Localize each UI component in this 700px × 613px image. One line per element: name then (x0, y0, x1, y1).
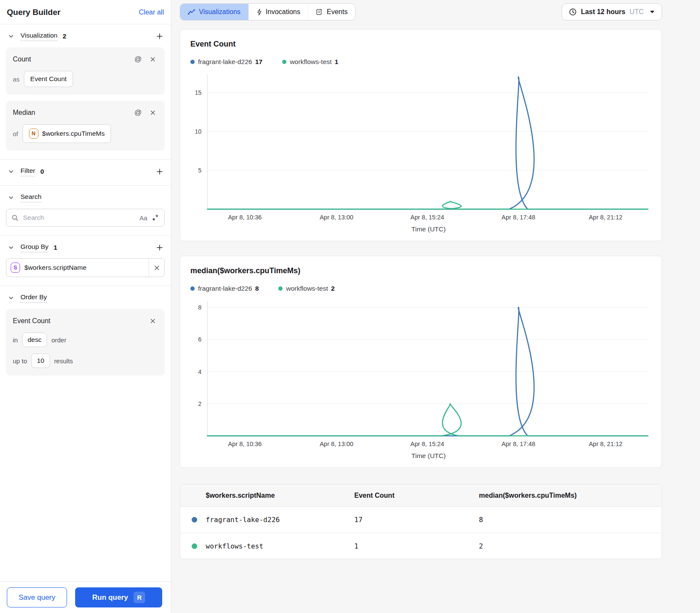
events-icon (316, 9, 323, 15)
x-tick-label: Apr 8, 15:24 (411, 441, 444, 447)
visualization-field-selector[interactable]: N $workers.cpuTimeMs (23, 124, 111, 143)
table-column-header: $workers.scriptName (180, 492, 354, 499)
legend-series-name: workflows-test (290, 58, 332, 66)
order-label: order (51, 336, 66, 344)
query-actions-footer: Save query Run query R (0, 581, 171, 613)
number-type-icon: N (29, 128, 38, 139)
chart-legend: fragrant-lake-d2268workflows-test2 (190, 285, 651, 292)
run-query-button[interactable]: Run query R (75, 587, 162, 607)
chart-card-event-count: Event Count fragrant-lake-d22617workflow… (180, 29, 662, 241)
tab-visualizations[interactable]: Visualizations (180, 4, 248, 20)
chevron-down-icon[interactable] (6, 31, 16, 41)
at-icon[interactable]: @ (134, 55, 142, 64)
remove-group-by-button[interactable] (149, 265, 164, 271)
visualizations-icon (188, 9, 195, 15)
string-type-icon: S (11, 263, 20, 273)
query-builder-body: Visualization 2 Count @ (0, 24, 171, 581)
limit-input[interactable]: 10 (31, 353, 50, 368)
group-by-count: 1 (53, 244, 57, 251)
group-by-field: $workers.scriptName (24, 264, 87, 271)
invocations-icon (257, 9, 262, 16)
filter-count: 0 (40, 168, 44, 175)
group-by-item[interactable]: S $workers.scriptName (6, 258, 165, 277)
close-icon[interactable] (148, 316, 158, 326)
visualization-section-label: Visualization (20, 32, 58, 41)
chevron-down-icon[interactable] (6, 166, 16, 177)
close-icon[interactable] (148, 54, 158, 64)
chevron-down-icon[interactable] (6, 242, 16, 253)
order-by-section: Order By Event Count in desc order (0, 286, 171, 384)
visualization-count: 2 (63, 32, 67, 40)
save-query-button[interactable]: Save query (7, 587, 67, 607)
svg-text:*: * (156, 214, 158, 220)
legend-dot (278, 286, 283, 291)
x-tick-label: Apr 8, 13:00 (320, 214, 353, 221)
legend-dot (190, 286, 195, 291)
caret-down-icon (650, 10, 655, 14)
close-icon[interactable] (148, 108, 158, 118)
line-chart[interactable]: 2468Apr 8, 10:36Apr 8, 13:00Apr 8, 15:24… (190, 298, 651, 449)
group-by-section: Group By 1 S $workers.scriptName (0, 235, 171, 286)
x-axis-title: Time (UTC) (190, 452, 651, 460)
legend-item[interactable]: workflows-test1 (282, 58, 338, 66)
search-icon (12, 214, 19, 222)
add-group-by-button[interactable] (155, 242, 165, 253)
search-section: Search Aa * (0, 185, 171, 235)
y-tick-label: 2 (198, 400, 201, 407)
legend-series-value: 1 (335, 58, 338, 66)
legend-item[interactable]: fragrant-lake-d22617 (190, 58, 262, 66)
order-by-card: Event Count in desc order up to 10 resul… (6, 309, 165, 376)
in-label: in (13, 336, 18, 344)
filter-section: Filter 0 (0, 159, 171, 185)
chevron-down-icon[interactable] (6, 193, 16, 203)
legend-item[interactable]: workflows-test2 (278, 285, 335, 292)
table-row[interactable]: fragrant-lake-d226178 (180, 507, 662, 533)
x-tick-label: Apr 8, 21:12 (589, 441, 622, 447)
series-color-dot (192, 517, 197, 523)
order-by-section-label: Order By (20, 293, 47, 303)
chevron-down-icon[interactable] (6, 293, 16, 303)
upto-label: up to (13, 357, 27, 365)
legend-dot (282, 60, 286, 64)
visualization-card-title: Count (13, 55, 31, 63)
clear-all-link[interactable]: Clear all (139, 9, 164, 16)
legend-series-value: 17 (255, 58, 262, 66)
at-icon[interactable]: @ (134, 108, 142, 117)
query-builder-panel: Query Builder Clear all Visualization 2 … (0, 0, 171, 613)
event-count-cell: 1 (354, 542, 479, 550)
series-line (207, 201, 648, 209)
visualization-card-title: Median (13, 109, 35, 117)
legend-series-value: 2 (331, 285, 335, 292)
tab-invocations[interactable]: Invocations (248, 4, 308, 20)
results-table: $workers.scriptNameEvent Countmedian($wo… (180, 484, 662, 559)
script-name-cell: fragrant-lake-d226 (206, 516, 280, 524)
x-tick-label: Apr 8, 17:48 (502, 214, 535, 221)
legend-dot (190, 60, 195, 64)
table-column-header: median($workers.cpuTimeMs) (479, 492, 662, 499)
y-tick-label: 4 (198, 368, 201, 375)
legend-item[interactable]: fragrant-lake-d2268 (190, 285, 259, 292)
regex-icon[interactable]: * (152, 214, 159, 222)
script-name-cell: workflows-test (206, 542, 263, 550)
search-field: Aa * (6, 209, 165, 227)
tab-events[interactable]: Events (308, 4, 355, 20)
x-axis-title: Time (UTC) (190, 225, 651, 233)
chart-title: median($workers.cpuTimeMs) (190, 266, 651, 275)
table-header-row: $workers.scriptNameEvent Countmedian($wo… (180, 485, 662, 507)
y-tick-label: 6 (198, 336, 201, 343)
match-case-icon[interactable]: Aa (140, 214, 147, 222)
time-range-selector[interactable]: Last 12 hours UTC (562, 3, 662, 20)
search-input[interactable] (23, 214, 135, 222)
add-visualization-button[interactable] (155, 31, 165, 41)
y-tick-label: 10 (195, 128, 201, 135)
visualization-alias-field[interactable]: Event Count (24, 71, 73, 87)
timezone-label: UTC (630, 8, 644, 16)
table-row[interactable]: workflows-test12 (180, 533, 662, 559)
add-filter-button[interactable] (155, 166, 165, 177)
y-tick-label: 5 (198, 167, 201, 174)
x-tick-label: Apr 8, 10:36 (228, 441, 262, 447)
line-chart[interactable]: 51015Apr 8, 10:36Apr 8, 13:00Apr 8, 15:2… (190, 72, 651, 222)
sort-direction-selector[interactable]: desc (22, 333, 47, 347)
chart-card-median-cputime: median($workers.cpuTimeMs) fragrant-lake… (180, 256, 662, 468)
legend-series-name: workflows-test (286, 285, 328, 292)
